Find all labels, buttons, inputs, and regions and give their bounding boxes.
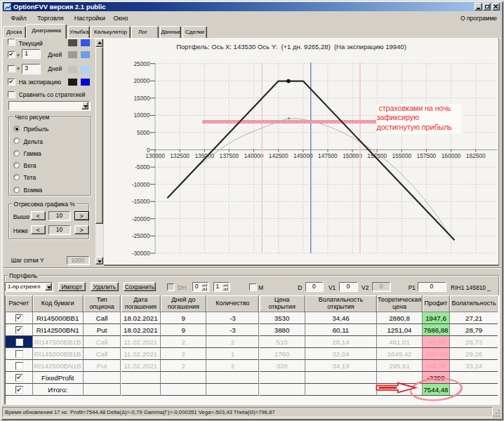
svg-text:142500: 142500 xyxy=(268,152,288,159)
svg-text:-20000: -20000 xyxy=(131,215,150,222)
svg-text:130000: 130000 xyxy=(145,152,165,159)
svg-text:-15000: -15000 xyxy=(131,198,150,205)
svg-text:157500: 157500 xyxy=(416,152,436,159)
svg-text:-30000: -30000 xyxy=(131,250,150,257)
svg-text:132500: 132500 xyxy=(170,152,190,159)
svg-text:20000: 20000 xyxy=(133,77,150,84)
svg-text:15000: 15000 xyxy=(133,95,150,102)
svg-text:162500: 162500 xyxy=(465,152,485,159)
svg-text:160000: 160000 xyxy=(441,152,460,159)
svg-text:-10000: -10000 xyxy=(131,181,150,188)
svg-text:5000: 5000 xyxy=(137,129,150,136)
svg-text:155000: 155000 xyxy=(392,152,411,159)
svg-text:140000: 140000 xyxy=(244,152,263,159)
svg-text:25000: 25000 xyxy=(133,60,150,67)
svg-text:-25000: -25000 xyxy=(131,232,150,239)
svg-text:145000: 145000 xyxy=(293,152,312,159)
svg-text:-5000: -5000 xyxy=(135,163,150,171)
svg-text:137500: 137500 xyxy=(219,152,239,159)
svg-text:147500: 147500 xyxy=(318,152,338,159)
svg-text:150000: 150000 xyxy=(343,152,362,159)
svg-text:10000: 10000 xyxy=(133,112,150,119)
